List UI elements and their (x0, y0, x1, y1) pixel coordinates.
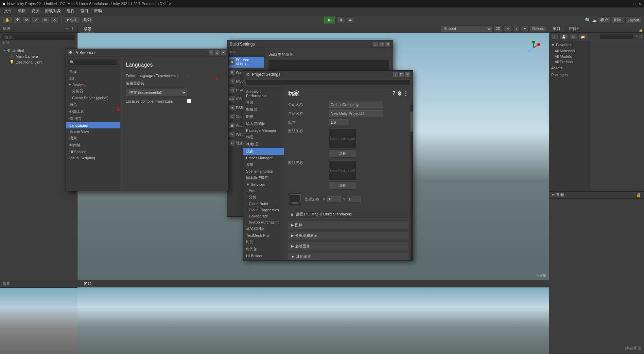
ps-physics[interactable]: 物理 (243, 134, 284, 141)
step-button[interactable]: ⏭ (346, 16, 355, 24)
help-icon[interactable]: ? (392, 90, 396, 97)
build-menu-btn[interactable]: ⋮ (373, 42, 378, 47)
project-search-input[interactable] (600, 34, 634, 39)
refresh-btn[interactable]: ↻ (570, 34, 577, 39)
settings-icon[interactable]: ⚙ (397, 90, 402, 97)
tab-project[interactable]: 项目 (549, 25, 564, 32)
pref-maximize-btn[interactable]: □ (215, 50, 220, 55)
menu-component[interactable]: 组件 (64, 7, 77, 15)
all-models-item[interactable]: All Models (549, 54, 590, 59)
ps-preset-manager[interactable]: Preset Manager (243, 155, 284, 161)
pref-item-search[interactable]: 搜索 (66, 135, 120, 142)
menu-help[interactable]: 帮助 (91, 7, 105, 15)
gizmo-local-btn[interactable]: 均匀 (81, 16, 93, 24)
ps-textmesh-pro[interactable]: TextMesh Pro (243, 232, 284, 238)
assets-item[interactable]: Assets (549, 65, 590, 71)
account-btn[interactable]: 帐户 (598, 16, 610, 24)
ps-script-exec-order[interactable]: 脚本执行顺序 (243, 174, 284, 181)
menu-file[interactable]: 文件 (1, 7, 15, 15)
ps-timeline[interactable]: 时间轴 (243, 246, 284, 253)
minimize-btn[interactable]: ─ (628, 2, 631, 6)
ps-services[interactable]: ▼ Services (243, 181, 284, 188)
resolution-section[interactable]: ▶ 分辨率和演示 (288, 232, 408, 240)
language-select[interactable]: 中文 (Experimental) (126, 89, 187, 96)
ps-adaptive-performance[interactable]: Adaptive Performance (243, 89, 284, 99)
pref-item-timeline[interactable]: 时间轴 (66, 142, 120, 149)
hierarchy-search-input[interactable] (2, 34, 75, 40)
ps-editor[interactable]: 编辑器 (243, 106, 284, 113)
ps-player[interactable]: 玩家 (243, 148, 284, 155)
transform-move-tool[interactable]: ✛ (14, 16, 21, 24)
hierarchy-menu-btn[interactable]: ⋮ (71, 26, 74, 31)
pref-menu-btn[interactable]: ⋮ (209, 50, 213, 55)
scene-tab[interactable]: 场景 (80, 25, 95, 33)
folder-btn[interactable]: 📁 (578, 34, 587, 39)
ps-audio[interactable]: 音频 (243, 99, 284, 106)
build-maximize-btn[interactable]: □ (379, 42, 384, 47)
ps-maximize-btn[interactable]: □ (399, 72, 404, 77)
ps-ads[interactable]: Ads (243, 188, 284, 194)
search-icon[interactable]: 🔍 (585, 17, 591, 23)
menu-edit[interactable]: 编辑 (15, 7, 29, 15)
more-icon[interactable]: ⋮ (403, 90, 408, 97)
game-tab[interactable]: 游戏 (80, 280, 95, 287)
pref-item-cache-server[interactable]: Cache Server (global) (66, 95, 120, 101)
ps-close-btn[interactable]: ✕ (405, 72, 410, 77)
hotspot-x[interactable] (327, 196, 341, 202)
ps-package-manager[interactable]: Package Manager (243, 127, 284, 134)
pref-item-scene-view[interactable]: Scene View (66, 128, 120, 135)
pref-item-languages[interactable]: Languages (66, 122, 120, 128)
pref-item-visual-scripting[interactable]: Visual Scripting (66, 155, 120, 161)
ps-tags-layers[interactable]: 标签和图层 (243, 225, 284, 232)
splash-section[interactable]: ▶ 启动图像 (288, 242, 408, 250)
pref-item-gi-cache[interactable]: GI 缓存 (66, 115, 120, 122)
close-btn[interactable]: ✕ (638, 2, 641, 6)
transform-rect-tool[interactable]: ▭ (41, 16, 49, 24)
build-close-btn[interactable]: ✕ (385, 42, 390, 47)
all-materials-item[interactable]: All Materials (549, 48, 590, 54)
menu-window[interactable]: 窗口 (77, 7, 91, 15)
hotspot-y[interactable] (348, 196, 361, 202)
localize-checkbox[interactable] (187, 99, 191, 103)
pref-item-2d[interactable]: 2D (66, 75, 120, 82)
ps-scrollbar-thumb[interactable] (411, 111, 413, 132)
ps-graphics[interactable]: 图形 (243, 113, 284, 120)
tab-console[interactable]: 控制台 (565, 25, 584, 32)
menu-assets[interactable]: 资源 (29, 7, 42, 15)
ps-quality[interactable]: 质量 (243, 161, 284, 168)
pref-item-ui-scaling[interactable]: UI Scaling (66, 149, 120, 155)
favorites-item[interactable]: ★ Favorites (549, 41, 590, 48)
ps-search-input[interactable] (245, 79, 411, 86)
menu-gameobject[interactable]: 游戏对象 (42, 7, 64, 15)
effects-toggle[interactable]: ✦ (521, 26, 528, 32)
pref-item-profiler[interactable]: 分析器 (66, 88, 120, 95)
icon-section[interactable]: ▶ 图标 (288, 221, 408, 229)
pref-search-input[interactable] (68, 59, 118, 65)
shading-mode-select[interactable]: Shaded (441, 26, 492, 32)
pref-item-general[interactable]: 常规 (66, 68, 120, 75)
create-btn[interactable]: + (551, 34, 558, 39)
ps-analytics[interactable]: 分析 (243, 194, 284, 201)
gizmo-pivot-btn[interactable]: ♥ 心中 (64, 16, 80, 24)
play-button[interactable]: ▶ (324, 16, 335, 24)
ps-cloud-diagnostics[interactable]: Cloud Diagnostics (243, 207, 284, 213)
ps-ui-builder[interactable]: UI Builder (243, 253, 284, 259)
transform-rotate-tool[interactable]: ⟳ (23, 16, 31, 24)
hierarchy-add-btn[interactable]: + (66, 26, 68, 31)
pref-close-btn[interactable]: ✕ (221, 50, 226, 55)
company-name-input[interactable] (329, 102, 383, 108)
ps-input-manager[interactable]: 输入管理器 (243, 120, 284, 127)
platform-pc[interactable]: 🖥 PC, Mac&Linux... (227, 57, 264, 68)
ps-time[interactable]: 时间 (243, 238, 284, 246)
cursor-select-btn[interactable]: 选择 (329, 181, 356, 190)
lighting-toggle[interactable]: ☀ (504, 26, 512, 32)
other-settings-section[interactable]: ▼ 其他设置 (288, 253, 408, 260)
layers-btn[interactable]: 图层 (612, 16, 624, 24)
ps-collaborate[interactable]: Collaborate (243, 213, 284, 219)
pref-item-external-tools[interactable]: 外部工具 (66, 108, 120, 115)
ps-menu-btn[interactable]: ⋮ (393, 72, 398, 77)
pref-item-analysis[interactable]: ▼ Analysis (66, 82, 120, 88)
ps-in-app-purchasing[interactable]: In-App Purchasing (243, 219, 284, 225)
2d-toggle[interactable]: 2D (493, 26, 503, 32)
save-scene-btn[interactable]: 💾 (559, 34, 568, 39)
